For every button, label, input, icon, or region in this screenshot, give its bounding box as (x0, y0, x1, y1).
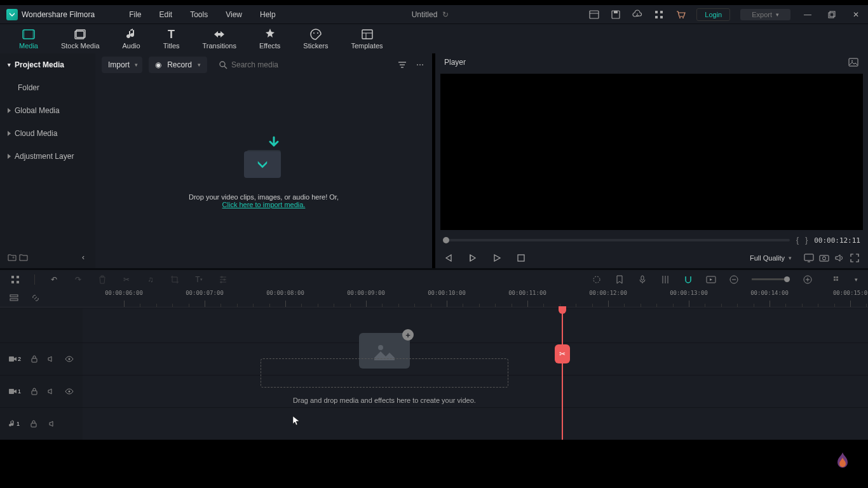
more-icon[interactable]: ⋯ (414, 59, 426, 71)
sidebar-cloud-media[interactable]: Cloud Media (0, 122, 95, 145)
svg-point-17 (313, 32, 315, 34)
track-mute-icon[interactable] (48, 354, 56, 364)
track-options-icon[interactable] (9, 293, 19, 303)
svg-line-24 (224, 66, 227, 69)
svg-text:+: + (12, 255, 15, 260)
tab-transitions[interactable]: Transitions (203, 28, 236, 50)
sidebar-project-media[interactable]: ▾Project Media (0, 53, 95, 76)
minimize-icon[interactable]: — (802, 9, 813, 20)
speed-icon[interactable] (218, 274, 228, 285)
import-link[interactable]: Click here to import media. (222, 201, 306, 208)
marker-icon[interactable] (614, 274, 625, 285)
mouse-cursor-icon (293, 416, 301, 426)
quality-select[interactable]: Full Quality (750, 254, 785, 262)
crop-icon[interactable] (170, 274, 180, 285)
sidebar-adjustment-layer[interactable]: Adjustment Layer (0, 145, 95, 168)
tab-audio[interactable]: Audio (123, 28, 140, 50)
text-icon[interactable]: T▾ (194, 274, 204, 285)
save-icon[interactable] (610, 9, 621, 20)
delete-icon[interactable] (97, 274, 107, 285)
player-scrubber[interactable] (443, 239, 790, 241)
cart-icon[interactable] (675, 9, 686, 20)
filter-icon[interactable] (397, 59, 408, 71)
svg-rect-57 (834, 276, 836, 278)
play-icon[interactable] (491, 252, 503, 264)
view-chevron-icon[interactable]: ▾ (855, 276, 858, 283)
record-dropdown[interactable]: ◉Record▾ (149, 57, 207, 73)
track-visibility-icon[interactable] (65, 354, 74, 364)
menu-tools[interactable]: Tools (181, 10, 217, 19)
grid-icon[interactable] (653, 9, 665, 20)
menu-edit[interactable]: Edit (151, 10, 182, 19)
fit-icon[interactable] (832, 274, 842, 285)
zoom-in-icon[interactable] (803, 274, 813, 285)
menu-view[interactable]: View (217, 10, 251, 19)
zoom-out-icon[interactable] (729, 274, 739, 285)
playhead[interactable]: ✂ (562, 308, 563, 440)
add-icon[interactable]: + (402, 329, 414, 341)
cut-knob-icon[interactable]: ✂ (555, 344, 570, 363)
collapse-sidebar-icon[interactable]: ‹ (78, 252, 89, 263)
mixer-icon[interactable] (660, 274, 670, 285)
prev-frame-icon[interactable] (443, 252, 454, 264)
track-lock-icon[interactable] (30, 386, 38, 396)
open-folder-icon[interactable] (18, 252, 29, 263)
svg-rect-67 (32, 391, 37, 395)
sidebar-global-media[interactable]: Global Media (0, 99, 95, 122)
svg-rect-6 (655, 16, 658, 18)
svg-rect-62 (10, 299, 18, 301)
history-icon[interactable]: ↻ (442, 10, 449, 19)
track-lock-icon[interactable] (30, 354, 38, 364)
tab-stock-media[interactable]: Stock Media (61, 28, 100, 50)
next-frame-icon[interactable] (467, 252, 478, 264)
time-ruler[interactable]: 00:00:06:0000:00:07:0000:00:08:0000:00:0… (83, 288, 868, 307)
zoom-slider[interactable] (752, 278, 790, 280)
close-icon[interactable]: ✕ (850, 9, 862, 20)
mark-out[interactable]: } (805, 236, 808, 245)
mic-icon[interactable] (637, 274, 648, 285)
svg-point-68 (68, 391, 70, 393)
track-lock-icon[interactable] (29, 419, 39, 429)
render-icon[interactable] (592, 274, 602, 285)
tab-effects[interactable]: Effects (259, 28, 280, 50)
undo-icon[interactable]: ↶ (49, 274, 59, 285)
preview-icon[interactable] (706, 274, 716, 285)
apps-icon[interactable] (10, 274, 20, 285)
audio-detach-icon[interactable]: ♫ (146, 274, 156, 285)
magnet-icon[interactable] (683, 274, 693, 285)
split-icon[interactable]: ✂ (121, 274, 132, 285)
import-dropdown[interactable]: Import▾ (102, 57, 142, 73)
drop-hint-text: Drop your video clips, images, or audio … (189, 193, 339, 201)
redo-icon[interactable]: ↷ (73, 274, 83, 285)
cloud-icon[interactable] (632, 9, 643, 20)
volume-icon[interactable] (834, 252, 845, 264)
maximize-icon[interactable] (826, 9, 837, 20)
stop-icon[interactable] (515, 252, 527, 264)
search-input[interactable] (214, 60, 390, 69)
timeline-drop-zone[interactable] (261, 358, 508, 388)
tab-templates[interactable]: Templates (351, 28, 383, 50)
track-visibility-icon[interactable] (65, 386, 74, 396)
display-icon[interactable] (803, 252, 815, 264)
fullscreen-icon[interactable] (849, 252, 860, 264)
svg-rect-3 (614, 11, 618, 13)
snapshot-icon[interactable] (848, 57, 859, 68)
player-viewport[interactable] (440, 74, 863, 230)
menu-file[interactable]: File (120, 10, 150, 19)
track-mute-icon[interactable] (48, 419, 58, 429)
menu-help[interactable]: Help (251, 10, 285, 19)
camera-icon[interactable] (818, 252, 830, 264)
track-mute-icon[interactable] (48, 386, 56, 396)
svg-rect-38 (11, 281, 14, 283)
mark-in[interactable]: { (796, 236, 799, 245)
audio-track-1[interactable]: 1 (0, 407, 868, 440)
export-button[interactable]: Export▾ (740, 9, 790, 20)
layout-icon[interactable] (588, 9, 600, 20)
new-folder-icon[interactable]: + (6, 252, 18, 263)
login-button[interactable]: Login (696, 8, 730, 21)
tab-media[interactable]: Media (19, 28, 38, 50)
link-icon[interactable] (31, 293, 41, 303)
tab-stickers[interactable]: Stickers (303, 28, 328, 50)
tab-titles[interactable]: T Titles (163, 28, 180, 50)
sidebar-folder[interactable]: Folder (0, 76, 95, 99)
